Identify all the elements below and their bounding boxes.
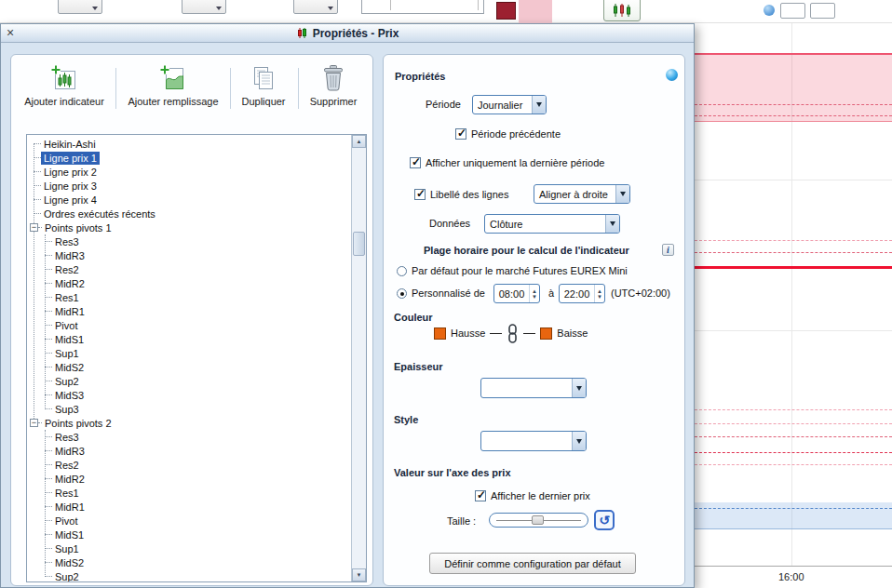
spinner-arrows-icon[interactable] xyxy=(529,285,539,302)
radio-personnalise-label[interactable]: Personnalisé de xyxy=(412,287,485,299)
reset-icon[interactable] xyxy=(594,510,615,530)
tree-item[interactable]: Res2 xyxy=(27,458,351,472)
tree-item-label: Heikin-Ashi xyxy=(41,138,99,151)
afficher-uniquement-checkbox[interactable]: Afficher uniquement la dernière période xyxy=(410,157,604,168)
tree-item[interactable]: Res2 xyxy=(27,262,351,276)
scroll-down-icon[interactable] xyxy=(352,568,366,581)
tree-item[interactable]: MidR3 xyxy=(27,444,351,458)
tree-item[interactable]: Sup1 xyxy=(27,541,351,555)
tree-connector xyxy=(45,269,52,270)
tree-item-label: Ligne prix 3 xyxy=(41,180,100,193)
help-icon[interactable] xyxy=(666,69,678,81)
style-dropdown[interactable] xyxy=(480,431,587,451)
tree-item[interactable]: Ligne prix 4 xyxy=(27,193,351,207)
tree-item-label: MidR3 xyxy=(52,249,88,262)
tree-connector xyxy=(45,436,52,437)
tree-item[interactable]: Res3 xyxy=(27,234,351,248)
slider-thumb[interactable] xyxy=(532,515,544,525)
chevron-down-icon[interactable] xyxy=(532,96,546,114)
scrollbar-thumb[interactable] xyxy=(353,232,365,256)
tree-item[interactable]: MidS1 xyxy=(27,332,351,346)
chart-line xyxy=(695,115,892,116)
tree-connector xyxy=(34,185,41,186)
tree-item[interactable]: MidR1 xyxy=(27,304,351,318)
tree-item[interactable]: MidR2 xyxy=(27,276,351,290)
tree-item[interactable]: Sup2 xyxy=(27,374,351,388)
tree-item[interactable]: Sup2 xyxy=(27,569,351,581)
dialog-titlebar[interactable]: × Propriétés - Prix xyxy=(1,24,694,43)
tree-expander-icon[interactable] xyxy=(30,223,38,232)
donnees-label: Données xyxy=(429,218,470,229)
tree-expander-icon[interactable] xyxy=(30,419,38,427)
spinner-arrows-icon[interactable] xyxy=(594,285,604,302)
toolbar-dropdown-fragment[interactable] xyxy=(293,0,338,14)
donnees-dropdown[interactable]: Clôture xyxy=(484,214,620,234)
info-icon[interactable] xyxy=(662,244,674,256)
tree-item[interactable]: MidR3 xyxy=(27,248,351,262)
tree-item[interactable]: Pivot xyxy=(27,514,351,528)
radio-defaut-label[interactable]: Par défaut pour le marché Futures EUREX … xyxy=(412,265,628,276)
chart-style-button[interactable] xyxy=(603,0,641,21)
tree-item[interactable]: Sup1 xyxy=(27,346,351,360)
tree-connector xyxy=(45,255,52,256)
toolbar-dropdown-fragment[interactable] xyxy=(182,0,226,14)
tree-item[interactable]: MidR1 xyxy=(27,500,351,514)
tree-item[interactable]: Res1 xyxy=(27,290,351,304)
chevron-down-icon[interactable] xyxy=(615,185,629,203)
tree-item[interactable]: Points pivots 1 xyxy=(27,220,351,234)
radio-personnalise-icon[interactable] xyxy=(397,288,407,299)
chevron-down-icon[interactable] xyxy=(572,379,586,397)
tree-item[interactable]: MidS2 xyxy=(27,555,351,569)
chevron-down-icon[interactable] xyxy=(605,215,619,233)
periode-precedente-checkbox[interactable]: Période précédente xyxy=(455,128,561,140)
tree-item[interactable]: Ligne prix 1 xyxy=(27,151,351,165)
tree-item[interactable]: Ligne prix 2 xyxy=(27,165,351,179)
add-indicator-button[interactable]: Ajouter indicateur xyxy=(18,64,111,122)
duplicate-button[interactable]: Dupliquer xyxy=(235,64,292,122)
tree-scrollbar[interactable] xyxy=(351,135,366,581)
tree-item[interactable]: MidR2 xyxy=(27,472,351,486)
add-fill-button[interactable]: Ajouter remplissage xyxy=(121,64,225,122)
delete-button[interactable]: Supprimer xyxy=(303,64,364,122)
set-default-config-button[interactable]: Définir comme configuration par défaut xyxy=(429,553,636,574)
libelle-alignment-value: Aligner à droite xyxy=(534,189,615,200)
libelle-alignment-dropdown[interactable]: Aligner à droite xyxy=(534,184,630,204)
tree-item[interactable]: Ligne prix 3 xyxy=(27,179,351,193)
toolbar-field-fragment[interactable] xyxy=(780,3,805,19)
tree-item[interactable]: MidS2 xyxy=(27,360,351,374)
tree-item[interactable]: Ordres exécutés récents xyxy=(27,207,351,220)
libelle-lignes-checkbox[interactable]: Libellé des lignes xyxy=(414,189,508,200)
baisse-color-swatch[interactable] xyxy=(540,327,552,340)
taille-slider[interactable] xyxy=(489,513,588,528)
periode-dropdown[interactable]: Journalier xyxy=(472,95,547,114)
tree-item[interactable]: Sup3 xyxy=(27,402,351,416)
toolbar-field-fragment[interactable] xyxy=(810,3,835,19)
chevron-down-icon[interactable] xyxy=(572,432,586,450)
blue-sphere-icon[interactable] xyxy=(764,5,775,16)
close-icon[interactable]: × xyxy=(7,25,14,40)
chart-band xyxy=(695,53,892,121)
tree-item[interactable]: MidS1 xyxy=(27,528,351,541)
tree-item[interactable]: Points pivots 2 xyxy=(27,416,351,430)
epaisseur-dropdown[interactable] xyxy=(480,378,587,398)
tree-item[interactable]: Pivot xyxy=(27,318,351,332)
tree-item[interactable]: Res3 xyxy=(27,430,351,444)
tree-item-label: Ligne prix 1 xyxy=(41,152,100,165)
top-toolbar xyxy=(0,0,892,23)
toolbar-field-fragment[interactable] xyxy=(361,0,484,14)
color-button-fragment[interactable] xyxy=(496,2,516,20)
toolbar-dropdown-fragment[interactable] xyxy=(58,0,102,14)
tree-item[interactable]: Res1 xyxy=(27,486,351,500)
time-to-field[interactable]: 22:00 xyxy=(559,284,605,303)
tree-connector xyxy=(45,562,52,563)
radio-defaut-icon[interactable] xyxy=(397,266,407,276)
hausse-color-swatch[interactable] xyxy=(434,327,446,340)
afficher-dernier-prix-checkbox[interactable]: Afficher le dernier prix xyxy=(475,490,590,501)
checkbox-label: Afficher le dernier prix xyxy=(491,490,590,501)
time-from-field[interactable]: 08:00 xyxy=(493,284,540,303)
tree-item[interactable]: MidS3 xyxy=(27,388,351,402)
tree-item-label: Pivot xyxy=(52,319,80,332)
link-chain-icon[interactable] xyxy=(507,324,519,343)
tree-item[interactable]: Heikin-Ashi xyxy=(27,137,351,151)
scroll-up-icon[interactable] xyxy=(352,135,366,148)
